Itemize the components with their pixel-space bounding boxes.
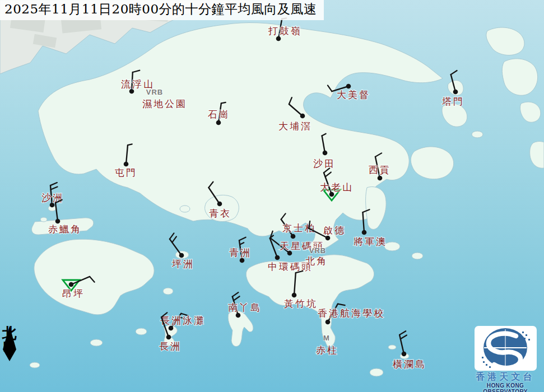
station-dot (378, 176, 383, 181)
station-dot (69, 282, 74, 287)
station-label: 青洲 (229, 247, 252, 258)
station-dot (291, 234, 296, 239)
station-dot (217, 202, 222, 207)
hko-logo: 香港天文台 HONG KONG OBSERVATORY (469, 326, 542, 391)
station-label: 大美督 (337, 89, 370, 100)
north-arrow-icon (1, 326, 21, 362)
station-label: 將軍澳 (354, 236, 387, 247)
station-dot (275, 255, 280, 260)
wind-barb-icon (289, 97, 303, 116)
station-tates-cairn: 大老山 (320, 168, 354, 200)
station-tuen-mun: 屯門 (115, 144, 137, 178)
station-dot (453, 90, 458, 95)
station-dot (326, 236, 331, 241)
station-dot (240, 258, 245, 263)
wind-map-screen: 打鼓嶺流浮山VRB濕地公園大美督塔門石崗大埔滘屯門沙田西貢大老山沙洲赤鱲角青衣京… (0, 0, 544, 392)
hko-logo-name-cn: 香港天文台 (469, 372, 542, 382)
station-label: 屯門 (115, 167, 137, 178)
wind-barb-icon (170, 233, 182, 255)
station-dot (300, 114, 305, 119)
station-peng-chau: 坪洲 (170, 233, 194, 269)
station-kings-park: 京士柏 (281, 213, 316, 239)
station-dot (402, 352, 407, 357)
wind-barb-icon (294, 271, 303, 295)
station-label: 打鼓嶺 (268, 25, 302, 36)
station-label: 赤鱲角 (48, 223, 82, 235)
station-dot (166, 335, 171, 340)
station-label: 濕地公園 (142, 98, 187, 109)
station-label: 赤柱 (316, 344, 338, 356)
station-label: 黃竹坑 (284, 298, 318, 309)
station-label: 大老山 (320, 181, 354, 193)
station-tai-po-kau: 大埔滘 (278, 97, 312, 132)
station-lamma-island: 南丫島 (228, 292, 262, 318)
station-tap-mun: 塔門 (441, 71, 464, 107)
map-title: 2025年11月11日20時00分的十分鐘平均風向及風速 (0, 0, 324, 20)
station-label: 啟德 (323, 225, 346, 236)
station-ta-kwu-ling: 打鼓嶺 (268, 18, 302, 41)
station-label: 沙田 (313, 158, 336, 169)
station-wetland-park: VRB濕地公園 (142, 88, 187, 109)
station-hk-sea-school: 香港航海學校 (318, 304, 385, 325)
wind-barb-icon (322, 134, 326, 153)
station-dot (55, 219, 61, 224)
hko-logo-name-en: HONG KONG OBSERVATORY (466, 382, 544, 392)
station-cheung-chau-beach: 長洲泳灘 (160, 314, 205, 331)
station-label: 大埔滘 (278, 120, 312, 132)
station-dot (169, 326, 174, 331)
station-label: 長洲泳灘 (160, 315, 205, 326)
station-shek-kong: 石崗 (208, 102, 230, 125)
station-green-island: 青洲 (229, 237, 252, 263)
station-dot (362, 230, 367, 235)
station-dot (346, 84, 351, 89)
station-ngong-ping: 昂坪 (62, 277, 95, 299)
wind-barb-icon (362, 209, 369, 232)
station-dot (236, 313, 241, 318)
station-wong-chuk-hang: 黃竹坑 (284, 271, 318, 309)
station-dot (179, 253, 184, 258)
station-label: 昂坪 (62, 288, 85, 299)
station-dot (326, 320, 331, 325)
station-label: 南丫島 (228, 302, 262, 313)
station-label: 西貢 (369, 164, 391, 175)
station-tai-mei-tuk: 大美督 (328, 84, 370, 100)
stations-layer: 打鼓嶺流浮山VRB濕地公園大美督塔門石崗大埔滘屯門沙田西貢大老山沙洲赤鱲角青衣京… (0, 0, 544, 392)
station-label: 長洲 (159, 340, 182, 352)
station-dot (276, 36, 281, 41)
station-dot (323, 151, 328, 156)
wind-barb-icon (208, 182, 220, 204)
station-dot (124, 162, 129, 167)
north-indicator: 北 N (1, 326, 24, 392)
station-label: 香港航海學校 (318, 307, 385, 319)
station-label: 橫瀾島 (393, 358, 426, 370)
station-label: 石崗 (208, 109, 230, 120)
station-sai-kung: 西貢 (369, 153, 391, 180)
station-waglan-island: 橫瀾島 (393, 331, 426, 370)
station-flag-stanley: M (323, 334, 330, 342)
station-sha-chau: 沙洲 (41, 183, 64, 207)
station-dot (216, 120, 221, 125)
station-label: 青衣 (209, 208, 231, 219)
station-label: 京士柏 (282, 222, 316, 234)
station-label: 坪洲 (172, 258, 194, 269)
station-label: 中環碼頭 (268, 261, 313, 272)
station-tseung-kwan-o: 將軍澳 (354, 209, 387, 247)
wind-barb-icon (126, 144, 132, 164)
station-sha-tin: 沙田 (313, 134, 336, 169)
station-flag-north-point: VRB (309, 246, 326, 255)
station-label: 塔門 (441, 96, 464, 107)
station-stanley: M赤柱 (316, 334, 338, 356)
station-tsing-yi: 青衣 (208, 182, 231, 219)
station-flag-wetland-park: VRB (146, 88, 163, 96)
wind-barb-icon (451, 71, 457, 92)
station-dot (292, 293, 297, 298)
station-label: 沙洲 (41, 192, 64, 203)
wind-barb-icon (399, 331, 407, 354)
